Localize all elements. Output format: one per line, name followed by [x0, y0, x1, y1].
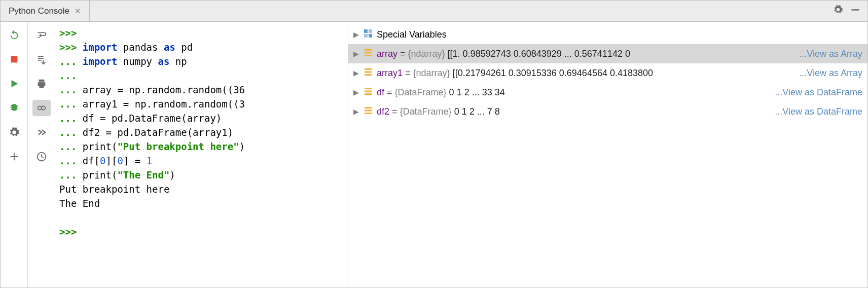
variable-row[interactable]: ▶df = {DataFrame} 0 1 2 ... 33 34...View… — [348, 83, 867, 102]
print-button[interactable] — [32, 76, 51, 92]
settings-button[interactable] — [5, 124, 23, 140]
browse-history-button[interactable] — [32, 149, 51, 165]
variable-row[interactable]: ▶array1 = {ndarray} [[0.21794261 0.30915… — [348, 63, 867, 83]
variable-icon — [364, 87, 373, 98]
svg-rect-7 — [364, 34, 368, 38]
variable-icon — [364, 106, 373, 118]
svg-rect-15 — [365, 88, 372, 89]
show-variables-button[interactable] — [32, 100, 51, 116]
svg-point-3 — [42, 106, 45, 110]
tab-python-console[interactable]: Python Console ✕ — [1, 1, 90, 21]
svg-rect-14 — [365, 74, 372, 76]
svg-point-2 — [38, 106, 41, 110]
svg-rect-20 — [365, 113, 372, 114]
svg-rect-9 — [365, 49, 372, 51]
console-output[interactable]: >>> >>> import pandas as pd ... import n… — [55, 22, 348, 287]
left-toolbar — [1, 22, 28, 287]
special-variables-row[interactable]: ▶ Special Variables — [348, 25, 867, 44]
special-variables-label: Special Variables — [377, 29, 447, 40]
tab-label: Python Console — [9, 6, 69, 16]
main: >>> >>> import pandas as pd ... import n… — [1, 22, 867, 287]
variable-text: df = {DataFrame} 0 1 2 ... 33 34 — [377, 87, 775, 98]
chevron-right-icon: ▶ — [353, 50, 360, 58]
svg-rect-19 — [365, 110, 372, 111]
variables-panel: ▶ Special Variables ▶array = {ndarray} [… — [348, 22, 867, 287]
svg-rect-5 — [364, 29, 368, 33]
variable-text: df2 = {DataFrame} 0 1 2 ... 7 8 — [377, 106, 775, 117]
run-button[interactable] — [5, 76, 23, 92]
add-button[interactable] — [5, 149, 23, 165]
secondary-toolbar — [28, 22, 55, 287]
view-as-link[interactable]: ...View as Array — [799, 68, 867, 79]
soft-wrap-button[interactable] — [32, 27, 51, 43]
variable-row[interactable]: ▶df2 = {DataFrame} 0 1 2 ... 7 8...View … — [348, 102, 867, 121]
view-as-link[interactable]: ...View as DataFrame — [775, 106, 867, 117]
stop-button[interactable] — [5, 51, 23, 67]
chevron-right-icon: ▶ — [353, 69, 360, 77]
svg-rect-6 — [369, 29, 372, 33]
minimize-icon[interactable] — [850, 5, 860, 17]
variable-text: array = {ndarray} [[1. 0.98592743 0.6084… — [377, 49, 799, 59]
tab-bar: Python Console ✕ — [1, 1, 867, 22]
chevron-right-icon: ▶ — [353, 107, 360, 116]
svg-rect-12 — [365, 68, 372, 70]
rerun-button[interactable] — [5, 27, 23, 43]
svg-rect-18 — [365, 107, 372, 109]
scroll-to-end-button[interactable] — [32, 51, 51, 67]
chevron-right-icon: ▶ — [353, 88, 360, 96]
svg-rect-1 — [11, 56, 17, 63]
chevron-right-icon: ▶ — [353, 30, 360, 39]
svg-rect-16 — [365, 90, 372, 92]
view-as-link[interactable]: ...View as DataFrame — [775, 87, 867, 98]
debug-button[interactable] — [5, 100, 23, 116]
variable-icon — [364, 48, 373, 60]
gear-icon[interactable] — [833, 5, 843, 17]
special-vars-icon — [364, 29, 373, 41]
variable-icon — [364, 67, 373, 79]
svg-rect-13 — [365, 71, 372, 73]
view-as-link[interactable]: ...View as Array — [799, 49, 867, 59]
svg-rect-17 — [365, 93, 372, 95]
svg-rect-10 — [365, 52, 372, 53]
svg-rect-11 — [365, 55, 372, 56]
svg-rect-8 — [369, 34, 372, 38]
close-icon[interactable]: ✕ — [75, 7, 81, 16]
svg-rect-0 — [852, 9, 859, 11]
variable-text: array1 = {ndarray} [[0.21794261 0.309153… — [377, 68, 799, 79]
console-history-button[interactable] — [32, 124, 51, 140]
variable-row[interactable]: ▶array = {ndarray} [[1. 0.98592743 0.608… — [348, 44, 867, 63]
